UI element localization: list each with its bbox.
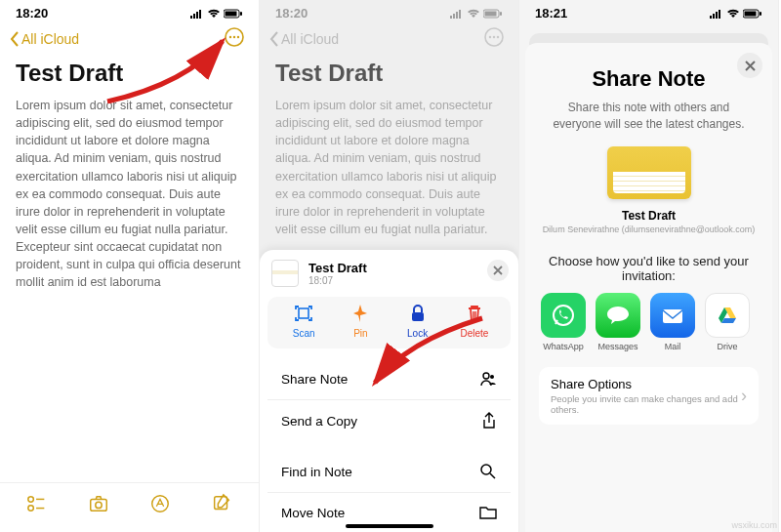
status-bar: 18:21	[519, 0, 778, 22]
messages-button[interactable]: Messages	[596, 293, 640, 351]
battery-icon	[483, 9, 503, 19]
messages-icon	[596, 293, 640, 338]
svg-point-36	[481, 465, 491, 474]
close-button[interactable]	[737, 53, 762, 78]
chevron-left-icon	[10, 31, 20, 47]
svg-rect-43	[710, 16, 712, 19]
back-label: All iCloud	[281, 31, 339, 47]
drive-button[interactable]: Drive	[705, 293, 750, 351]
status-time: 18:20	[275, 6, 308, 20]
svg-rect-51	[663, 309, 682, 323]
svg-point-9	[233, 36, 235, 38]
svg-point-34	[483, 373, 489, 379]
whatsapp-icon	[541, 293, 586, 338]
compose-button[interactable]	[211, 493, 232, 518]
lock-button[interactable]: Lock	[393, 303, 442, 339]
svg-rect-30	[299, 308, 308, 318]
scan-button[interactable]: Scan	[279, 303, 328, 339]
share-options-row[interactable]: Share Options People you invite can make…	[539, 367, 759, 425]
note-body[interactable]: Lorem ipsum dolor sit amet, consectetur …	[0, 97, 259, 291]
svg-rect-15	[91, 499, 107, 511]
share-note-row[interactable]: Share Note	[267, 358, 511, 399]
camera-button[interactable]	[88, 493, 109, 518]
collaborate-icon	[479, 370, 497, 388]
svg-line-37	[490, 473, 495, 478]
checklist-button[interactable]	[26, 493, 48, 518]
delete-button[interactable]: Delete	[450, 303, 499, 339]
note-title: Test Draft	[260, 58, 518, 97]
toolbar	[0, 482, 259, 532]
svg-rect-48	[745, 11, 757, 16]
find-label: Find in Note	[281, 465, 352, 479]
scan-icon	[293, 303, 314, 324]
svg-rect-6	[240, 12, 242, 16]
svg-rect-5	[226, 11, 237, 16]
ellipsis-circle-icon	[224, 26, 245, 48]
note-thumbnail-icon	[271, 260, 299, 287]
screen-3-share-note: 18:21 Share Note Share this note with ot…	[519, 0, 779, 532]
more-button	[483, 26, 505, 52]
svg-rect-21	[456, 12, 458, 19]
svg-point-35	[490, 375, 494, 379]
note-preview-icon	[607, 146, 691, 199]
share-subtitle: Share this note with others and everyone…	[545, 100, 753, 133]
back-label: All iCloud	[21, 31, 79, 47]
share-options-title: Share Options	[551, 377, 741, 391]
preview-title: Test Draft	[539, 209, 759, 223]
status-bar: 18:20	[260, 0, 518, 22]
more-button[interactable]	[224, 26, 245, 52]
svg-point-28	[493, 36, 495, 38]
svg-rect-25	[500, 12, 502, 16]
mail-button[interactable]: Mail	[650, 293, 695, 351]
status-icons	[710, 9, 762, 19]
drive-label: Drive	[717, 342, 737, 351]
messages-label: Messages	[597, 342, 637, 351]
share-note-label: Share Note	[281, 372, 348, 387]
pin-button[interactable]: Pin	[336, 303, 385, 339]
send-copy-label: Send a Copy	[281, 414, 357, 429]
signal-icon	[450, 9, 464, 19]
back-button[interactable]: All iCloud	[10, 31, 79, 47]
whatsapp-button[interactable]: WhatsApp	[541, 293, 586, 351]
nav-bar: All iCloud	[0, 22, 259, 58]
status-icons	[450, 9, 503, 19]
svg-point-10	[237, 36, 239, 38]
svg-point-13	[27, 506, 32, 512]
markup-button[interactable]	[149, 493, 171, 518]
sheet-header: Test Draft 18:07	[260, 250, 518, 297]
status-icons	[190, 9, 243, 19]
svg-rect-46	[719, 10, 720, 19]
wifi-icon	[467, 9, 480, 19]
svg-rect-45	[716, 12, 718, 19]
svg-point-8	[229, 36, 231, 38]
sheet-subtitle: 18:07	[308, 275, 367, 286]
watermark: wsxiku.com	[731, 520, 777, 530]
find-row[interactable]: Find in Note	[267, 451, 511, 492]
home-indicator[interactable]	[346, 524, 433, 528]
close-button[interactable]	[487, 260, 509, 281]
chevron-left-icon	[269, 31, 279, 47]
chevron-right-icon: ›	[741, 386, 747, 406]
note-body: Lorem ipsum dolor sit amet, consectetur …	[260, 97, 518, 238]
send-copy-row[interactable]: Send a Copy	[267, 399, 511, 441]
svg-rect-44	[713, 14, 715, 19]
battery-icon	[743, 9, 762, 19]
svg-point-11	[27, 497, 32, 503]
wifi-icon	[726, 9, 740, 19]
signal-icon	[710, 9, 723, 19]
move-label: Move Note	[281, 506, 345, 520]
mail-icon	[650, 293, 695, 338]
lock-label: Lock	[407, 328, 428, 339]
wifi-icon	[207, 9, 221, 19]
svg-rect-2	[196, 12, 198, 19]
screen-2-share-sheet: 18:20 All iCloud Test Draft Lorem ipsum …	[260, 0, 519, 532]
signal-icon	[190, 9, 204, 19]
delete-label: Delete	[460, 328, 488, 339]
sheet-title: Test Draft	[308, 261, 367, 275]
share-modal: Share Note Share this note with others a…	[525, 43, 772, 532]
svg-rect-1	[193, 14, 195, 19]
share-title: Share Note	[539, 66, 759, 92]
trash-icon	[464, 303, 485, 324]
pin-icon	[349, 303, 371, 324]
svg-rect-19	[450, 16, 452, 19]
